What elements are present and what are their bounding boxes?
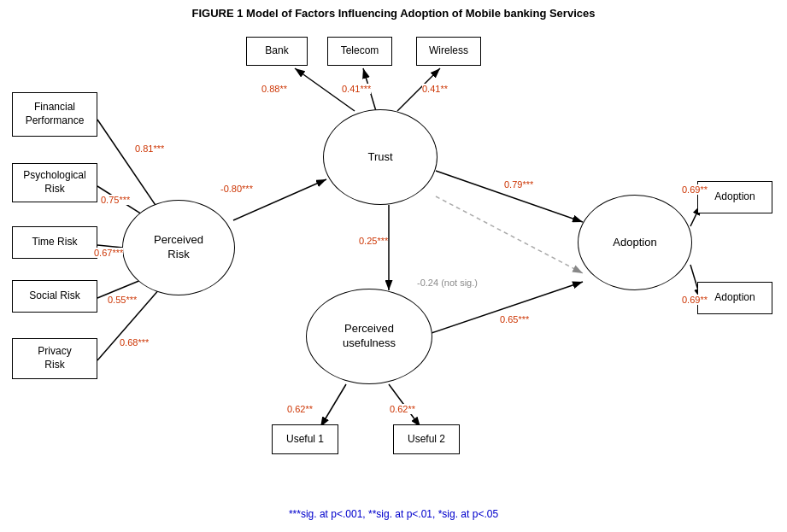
box-adoption2: Adoption [697,282,772,314]
label-risk-trust: -0.80*** [220,184,253,194]
box-social-risk: Social Risk [12,280,97,313]
label-pu-useful1: 0.62** [287,404,313,414]
box-useful1: Useful 1 [272,424,338,454]
svg-line-13 [436,196,583,273]
box-financial-performance: FinancialPerformance [12,92,97,137]
box-bank: Bank [246,37,308,66]
footnote: ***sig. at p<.001, **sig. at p<.01, *sig… [0,508,787,520]
label-fp-pr: 0.81*** [135,143,164,154]
box-adoption1: Adoption [697,181,772,213]
diagram-container: FIGURE 1 Model of Factors Influencing Ad… [0,0,787,532]
label-trust-wireless: 0.41** [422,84,448,94]
label-pu-adoption: 0.65*** [500,314,529,324]
label-adoption-box1: 0.69** [682,184,708,195]
label-pu-useful2: 0.62** [390,404,415,414]
label-timerisk-pr: 0.67*** [94,248,123,258]
ellipse-perceived-risk: PerceivedRisk [122,200,235,295]
box-privacy-risk: PrivacyRisk [12,338,97,379]
ellipse-perceived-usefulness: Perceivedusefulness [306,289,432,384]
label-socialrisk-pr: 0.55*** [108,295,137,305]
figure-title: FIGURE 1 Model of Factors Influencing Ad… [0,7,787,20]
svg-line-11 [436,171,583,222]
svg-line-6 [97,282,166,360]
label-psychrisk-pr: 0.75*** [101,195,130,205]
box-time-risk: Time Risk [12,226,97,259]
label-trust-adoption-dashed: -0.24 (not sig.) [417,278,478,288]
box-telecom: Telecom [327,37,392,66]
label-privacyrisk-pr: 0.68*** [120,337,149,348]
svg-line-14 [432,282,583,333]
label-adoption-box2: 0.69** [682,295,708,305]
box-psychological-risk: PsychologicalRisk [12,163,97,202]
ellipse-trust: Trust [323,109,438,205]
ellipse-adoption: Adoption [578,195,692,290]
label-trust-adoption: 0.79*** [504,179,533,190]
label-trust-telecom: 0.41*** [342,84,371,94]
svg-line-17 [320,384,346,427]
box-useful2: Useful 2 [393,424,460,454]
label-trust-pu: 0.25*** [359,236,388,246]
box-wireless: Wireless [416,37,481,66]
label-trust-bank: 0.88** [261,84,287,94]
